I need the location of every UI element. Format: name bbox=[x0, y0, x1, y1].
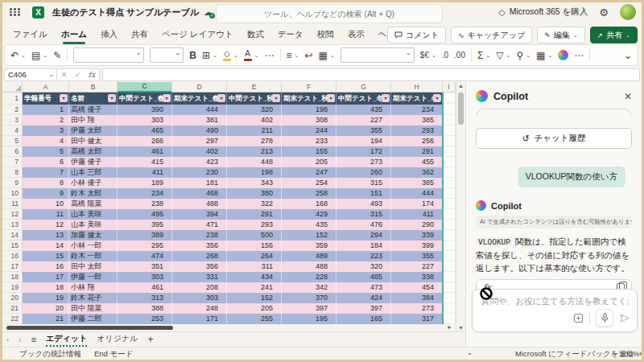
cell[interactable]: 156 bbox=[227, 241, 282, 251]
insert-function-icon[interactable]: fx bbox=[89, 71, 95, 79]
copilot-prompt-input[interactable] bbox=[480, 295, 630, 306]
decrease-decimal-icon[interactable]: .0 bbox=[442, 51, 448, 60]
cell[interactable]: 295 bbox=[118, 241, 172, 251]
cell[interactable]: 493 bbox=[336, 199, 391, 209]
borders-icon[interactable]: ⊞⌄ bbox=[202, 51, 217, 60]
cell[interactable] bbox=[443, 272, 456, 282]
select-all-corner[interactable] bbox=[0, 82, 23, 93]
row-header-3[interactable]: 3 bbox=[0, 115, 23, 125]
cell[interactable]: 471 bbox=[172, 220, 227, 230]
table-header-cell[interactable]: 学籍番号▾ bbox=[23, 93, 69, 105]
cell[interactable]: 248 bbox=[172, 303, 227, 314]
cell[interactable]: 165 bbox=[336, 314, 391, 324]
table-header-cell[interactable]: 期末テスト_冬▾ bbox=[391, 93, 443, 105]
cell[interactable]: 田中 太郎 bbox=[69, 261, 118, 272]
undo-icon[interactable]: ↶⌄ bbox=[10, 51, 26, 60]
row-header-14[interactable]: 14 bbox=[0, 230, 23, 241]
cell[interactable] bbox=[443, 293, 456, 303]
row-header-11[interactable]: 11 bbox=[0, 199, 23, 209]
cell[interactable]: 205 bbox=[282, 157, 336, 167]
cell[interactable]: 266 bbox=[118, 136, 172, 146]
zoom-out-button[interactable]: − bbox=[613, 349, 617, 358]
cell[interactable]: 390 bbox=[118, 105, 172, 115]
cell[interactable]: 356 bbox=[172, 241, 227, 251]
cell[interactable]: 198 bbox=[282, 105, 336, 115]
cell[interactable]: 380 bbox=[227, 188, 282, 199]
more-commands-icon[interactable]: ⋯ bbox=[574, 51, 584, 60]
vertical-scroll-thumb[interactable] bbox=[458, 93, 464, 125]
ribbon-tab-校閲[interactable]: 校閲 bbox=[317, 29, 334, 40]
cell[interactable]: 208 bbox=[172, 282, 227, 293]
cell[interactable]: 7 bbox=[23, 167, 69, 178]
cell[interactable]: 461 bbox=[118, 146, 172, 157]
cell[interactable]: 8 bbox=[23, 178, 69, 188]
cell[interactable]: 303 bbox=[118, 115, 172, 125]
cell[interactable] bbox=[443, 105, 456, 115]
cell[interactable] bbox=[443, 125, 456, 136]
autosum-icon[interactable]: Σ⌄ bbox=[477, 51, 490, 60]
document-title[interactable]: 生徒のテスト得点 サンプルテーブル bbox=[52, 6, 199, 19]
cell[interactable]: 320 bbox=[336, 261, 391, 272]
cell[interactable]: 359 bbox=[282, 241, 336, 251]
cell[interactable]: 21 bbox=[23, 314, 69, 324]
microphone-button[interactable] bbox=[596, 309, 613, 327]
paste-icon[interactable]: ▤⌄ bbox=[31, 51, 47, 60]
row-header-13[interactable]: 13 bbox=[0, 220, 23, 230]
cell[interactable]: 174 bbox=[391, 199, 443, 209]
cell[interactable]: 194 bbox=[336, 136, 391, 146]
cell[interactable]: 伊藤 太郎 bbox=[69, 125, 118, 136]
cell[interactable]: 394 bbox=[172, 209, 227, 220]
copilot-input-box[interactable] bbox=[472, 289, 638, 332]
cell[interactable]: 468 bbox=[172, 188, 227, 199]
cell[interactable]: 490 bbox=[172, 125, 227, 136]
cell[interactable]: 5 bbox=[23, 146, 69, 157]
cell[interactable] bbox=[443, 303, 456, 314]
cell[interactable] bbox=[443, 230, 456, 241]
table-header-cell[interactable]: 中間テスト_春▾ bbox=[118, 93, 172, 105]
font-size-select[interactable] bbox=[150, 47, 184, 63]
cell[interactable]: 184 bbox=[336, 241, 391, 251]
app-launcher-icon[interactable] bbox=[10, 8, 21, 16]
cell[interactable]: 308 bbox=[282, 115, 336, 125]
cell[interactable]: 500 bbox=[227, 230, 282, 241]
scroll-right-icon[interactable]: ► bbox=[447, 324, 452, 330]
cell[interactable]: 465 bbox=[118, 125, 172, 136]
sheet-nav-right-icon[interactable]: › bbox=[19, 335, 21, 344]
cell[interactable]: 155 bbox=[282, 146, 336, 157]
cell[interactable]: 13 bbox=[23, 230, 69, 241]
row-header-15[interactable]: 15 bbox=[0, 241, 23, 251]
cell[interactable]: 小林 一郎 bbox=[69, 241, 118, 251]
cell[interactable]: 435 bbox=[336, 105, 391, 115]
cell[interactable]: 476 bbox=[336, 220, 391, 230]
horizontal-scrollbar[interactable]: ► bbox=[0, 325, 456, 331]
cell[interactable]: 273 bbox=[391, 303, 443, 314]
column-header-I[interactable]: I bbox=[443, 82, 456, 93]
scroll-up-icon[interactable]: ▲ bbox=[458, 83, 464, 88]
cell[interactable]: 397 bbox=[282, 303, 336, 314]
cell[interactable]: 12 bbox=[23, 220, 69, 230]
cell[interactable]: 411 bbox=[391, 209, 443, 220]
format-as-table-icon[interactable]: ▦⌄ bbox=[536, 51, 552, 60]
cell[interactable] bbox=[443, 136, 456, 146]
cell[interactable]: 402 bbox=[227, 115, 282, 125]
prompt-guide-icon[interactable] bbox=[573, 313, 584, 323]
cell[interactable]: 339 bbox=[391, 230, 443, 241]
cell[interactable]: 488 bbox=[172, 199, 227, 209]
row-header-1[interactable]: 1 bbox=[0, 93, 23, 105]
cell[interactable]: 227 bbox=[336, 115, 391, 125]
cell[interactable]: 474 bbox=[118, 251, 172, 261]
fill-color-icon[interactable]: ◇⌄ bbox=[223, 50, 238, 61]
cell[interactable]: 205 bbox=[227, 303, 282, 314]
cell[interactable]: 397 bbox=[336, 303, 391, 314]
cell[interactable]: 195 bbox=[282, 314, 336, 324]
cell[interactable]: 322 bbox=[227, 199, 282, 209]
cell[interactable]: 伊藤 二郎 bbox=[69, 314, 118, 324]
filter-button[interactable]: ▾ bbox=[433, 94, 441, 102]
cell[interactable]: 14 bbox=[23, 241, 69, 251]
cell[interactable]: 211 bbox=[227, 125, 282, 136]
cell[interactable]: 399 bbox=[391, 241, 443, 251]
cell[interactable]: 435 bbox=[282, 220, 336, 230]
cell[interactable]: 489 bbox=[282, 251, 336, 261]
cell[interactable]: 331 bbox=[172, 272, 227, 282]
cell[interactable]: 鈴木 花子 bbox=[69, 293, 118, 303]
